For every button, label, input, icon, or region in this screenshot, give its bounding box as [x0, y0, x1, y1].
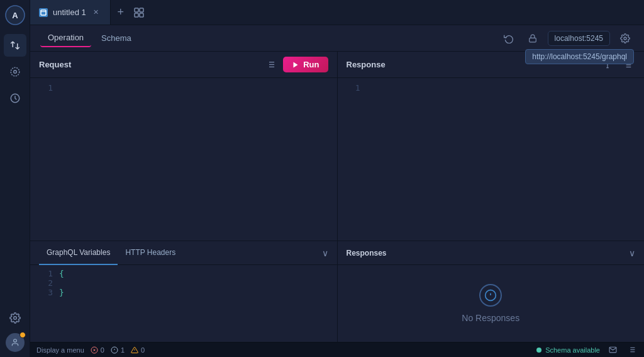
tab-label: untitled 1: [53, 8, 86, 17]
explorer-icon[interactable]: [4, 60, 26, 83]
svg-rect-11: [135, 13, 138, 17]
tab-layout-button[interactable]: [131, 4, 147, 21]
swap-icon[interactable]: [4, 34, 26, 57]
svg-rect-7: [41, 10, 46, 15]
responses-collapse-button[interactable]: ∨: [629, 248, 635, 258]
responses-title: Responses: [347, 249, 387, 258]
bottom-row: GraphQL Variables HTTP Headers ∨ 1 { 2: [30, 241, 644, 342]
request-pane-header: Request Run: [30, 52, 337, 78]
notification-badge: [19, 332, 26, 338]
endpoint-tooltip: http://localhost:5245/graphql: [525, 49, 634, 64]
content-area: Request Run: [30, 52, 644, 342]
status-bar: Display a menu 0 1 0 Schema available: [30, 342, 644, 357]
svg-marker-21: [294, 62, 298, 67]
run-button[interactable]: Run: [283, 57, 328, 72]
editor-line-1: 1: [38, 83, 330, 93]
response-line-1: 1: [345, 83, 637, 93]
variables-tabs: GraphQL Variables HTTP Headers: [39, 241, 183, 265]
request-format-button[interactable]: [263, 57, 278, 72]
sidebar: A: [0, 0, 30, 357]
status-left: Display a menu 0 1 0: [36, 346, 145, 354]
status-right: Schema available: [536, 344, 638, 356]
header-toolbar: Operation Schema localhost:5245: [30, 25, 644, 52]
svg-text:A: A: [12, 11, 18, 20]
responses-pane-header: Responses ∨: [338, 241, 645, 265]
new-tab-button[interactable]: +: [111, 3, 131, 23]
response-pane: Response: [338, 52, 645, 241]
tab-icon: [39, 8, 48, 17]
response-title: Response: [347, 60, 386, 69]
request-pane: Request Run: [30, 52, 338, 241]
no-responses-area: No Responses: [338, 265, 645, 342]
schema-tab[interactable]: Schema: [94, 30, 139, 47]
endpoint-settings-button[interactable]: [616, 30, 634, 47]
variables-pane: GraphQL Variables HTTP Headers ∨ 1 { 2: [30, 241, 338, 342]
variables-pane-header: GraphQL Variables HTTP Headers ∨: [30, 241, 337, 265]
svg-point-5: [13, 317, 16, 320]
status-list-icon[interactable]: [625, 344, 638, 356]
refresh-button[interactable]: [500, 30, 518, 47]
var-line-1: 1 {: [38, 269, 330, 278]
status-email-icon[interactable]: [606, 344, 619, 356]
toolbar-right: localhost:5245: [500, 30, 634, 47]
main-area: untitled 1 ✕ + Operation Schema: [30, 0, 644, 357]
variables-collapse-button[interactable]: ∨: [322, 248, 328, 258]
no-responses-icon: [479, 284, 502, 307]
response-editor: 1: [338, 78, 645, 241]
app-logo[interactable]: A: [5, 5, 25, 25]
schema-status: Schema available: [536, 346, 600, 354]
alert-count: 0: [131, 346, 145, 354]
graphql-variables-tab[interactable]: GraphQL Variables: [39, 241, 118, 265]
endpoint-url[interactable]: localhost:5245: [548, 31, 610, 46]
svg-point-6: [13, 339, 16, 343]
svg-point-2: [13, 71, 16, 74]
no-responses-text: No Responses: [462, 313, 519, 323]
nav-tabs: Operation Schema: [40, 29, 139, 47]
svg-rect-12: [140, 13, 143, 17]
sidebar-bottom: [4, 307, 26, 352]
tab-untitled-1[interactable]: untitled 1 ✕: [30, 0, 111, 25]
svg-rect-10: [140, 8, 143, 12]
request-actions: Run: [263, 57, 328, 72]
user-avatar[interactable]: [6, 333, 25, 352]
request-title: Request: [39, 60, 71, 69]
svg-rect-13: [529, 38, 536, 42]
display-menu-label[interactable]: Display a menu: [36, 346, 84, 354]
warning-count: 1: [111, 346, 125, 354]
tab-close-button[interactable]: ✕: [91, 8, 101, 18]
tab-bar: untitled 1 ✕ +: [30, 0, 644, 25]
settings-icon[interactable]: [4, 307, 26, 329]
editor-row: Request Run: [30, 52, 644, 241]
svg-point-14: [624, 37, 626, 40]
responses-pane: Responses ∨ No Responses: [338, 241, 645, 342]
var-line-2: 2: [38, 278, 330, 288]
operation-tab[interactable]: Operation: [40, 29, 91, 47]
schema-dot: [536, 348, 541, 353]
request-editor[interactable]: 1: [30, 78, 337, 241]
lock-icon: [524, 30, 541, 47]
var-line-3: 3 }: [38, 288, 330, 297]
http-headers-tab[interactable]: HTTP Headers: [118, 241, 183, 265]
svg-point-3: [11, 67, 19, 76]
svg-rect-9: [135, 8, 138, 12]
variables-editor[interactable]: 1 { 2 3 }: [30, 265, 337, 342]
history-icon[interactable]: [4, 87, 26, 110]
error-count: 0: [91, 346, 104, 354]
